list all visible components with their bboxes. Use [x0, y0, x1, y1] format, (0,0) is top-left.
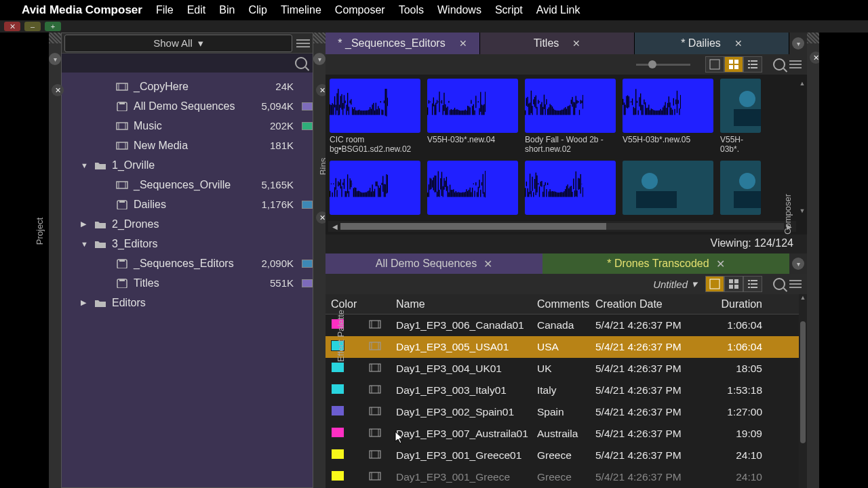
close-icon[interactable]: ✕ — [484, 258, 492, 270]
clip-duration: 1:53:18 — [705, 384, 768, 396]
tree-item[interactable]: _CopyHere24K — [62, 77, 313, 96]
menu-clip[interactable]: Clip — [248, 4, 267, 16]
clip-thumbnail[interactable] — [427, 161, 518, 215]
svg-rect-61 — [370, 107, 370, 115]
minimize-tab-button[interactable]: – — [24, 22, 41, 31]
close-icon[interactable]: ✕ — [716, 258, 725, 270]
menu-timeline[interactable]: Timeline — [281, 4, 321, 16]
scroll-up-arrow[interactable]: ▲ — [799, 80, 806, 87]
clip-thumbnail[interactable] — [623, 161, 713, 215]
menu-script[interactable]: Script — [495, 4, 523, 16]
frame-view-button[interactable] — [705, 276, 724, 292]
table-row[interactable]: Day1_EP3_001_Greece01Greece5/4/21 4:26:3… — [326, 445, 799, 466]
table-row[interactable]: Day1_EP3_005_USA01USA5/4/21 4:26:37 PM1:… — [326, 336, 799, 358]
tree-item[interactable]: All Demo Sequences5,094K — [62, 96, 313, 116]
header-comments[interactable]: Comments — [532, 298, 590, 310]
tree-item[interactable]: ▶2_Drones — [62, 214, 313, 234]
table-row[interactable]: Day1_EP3_004_UK01UK5/4/21 4:26:37 PM18:0… — [326, 358, 799, 380]
clip-thumbnail[interactable] — [330, 161, 420, 215]
new-tab-button[interactable]: + — [45, 22, 61, 31]
horizontal-scrollbar[interactable]: ◀ ▶ — [328, 221, 796, 232]
filter-dropdown[interactable]: Show All ▾ — [64, 35, 292, 52]
menu-edit[interactable]: Edit — [187, 4, 206, 16]
tree-item[interactable]: _Sequences_Editors2,090K — [62, 253, 313, 273]
project-tree[interactable]: _CopyHere24KAll Demo Sequences5,094KMusi… — [62, 73, 313, 487]
menu-composer[interactable]: Composer — [335, 4, 385, 16]
thumbnail-size-slider[interactable] — [636, 64, 690, 66]
tree-item[interactable]: Music202K — [62, 116, 313, 136]
menu-bin[interactable]: Bin — [219, 4, 235, 16]
svg-rect-261 — [366, 192, 367, 197]
thumbnails-area[interactable]: CIC room bg•BSG01.sd2.new.02V55H-03b*.ne… — [326, 75, 807, 235]
bins-strip[interactable]: ▾ ✕ Bins ✕ Effect Palette — [313, 33, 326, 488]
tab-all-demo-sequences[interactable]: All Demo Sequences✕ — [326, 253, 542, 274]
composer-strip[interactable]: ✕ Composer — [807, 33, 819, 488]
disclosure-triangle[interactable]: ▼ — [81, 161, 89, 169]
table-row[interactable]: Day1_EP3_007_Austraila01Austraila5/4/21 … — [326, 423, 799, 445]
close-icon[interactable]: ✕ — [572, 38, 580, 49]
thumbnail-view-button[interactable] — [724, 276, 743, 292]
tab-titles[interactable]: Titles✕ — [480, 33, 635, 54]
menu-file[interactable]: File — [156, 4, 174, 16]
app-name[interactable]: Avid Media Composer — [22, 3, 142, 17]
search-icon[interactable] — [773, 58, 785, 70]
tree-item[interactable]: ▶Editors — [62, 293, 313, 312]
svg-rect-303 — [454, 192, 455, 197]
table-row[interactable]: Day1_EP3_002_Spain01Spain5/4/21 4:26:37 … — [326, 401, 799, 423]
panel-menu-icon[interactable] — [296, 37, 310, 50]
header-name[interactable]: Name — [391, 298, 532, 310]
tree-item[interactable]: ▼1_Orville — [62, 155, 313, 175]
svg-rect-111 — [467, 106, 468, 115]
menu-windows[interactable]: Windows — [437, 4, 481, 16]
scroll-left-arrow[interactable]: ◀ — [332, 223, 338, 230]
header-duration[interactable]: Duration — [705, 298, 768, 310]
tree-item[interactable]: Titles551K — [62, 273, 313, 293]
tab-sequences-editors[interactable]: * _Sequences_Editors✕ — [326, 33, 480, 54]
tree-item[interactable]: ▼3_Editors — [62, 234, 313, 253]
tree-item[interactable]: Dailies1,176K — [62, 195, 313, 214]
header-creation-date[interactable]: Creation Date — [590, 298, 705, 310]
menu-avidlink[interactable]: Avid Link — [536, 4, 580, 16]
clip-thumbnail[interactable]: V55H-03b*.new.05 — [623, 79, 713, 155]
frame-view-button[interactable] — [705, 56, 724, 73]
bins-menu-icon[interactable]: ▾ — [313, 53, 326, 65]
project-close-icon[interactable]: ✕ — [52, 84, 64, 96]
close-icon[interactable]: ✕ — [459, 38, 467, 49]
bin-view-dropdown[interactable]: Untitled▾ — [653, 278, 697, 290]
table-row[interactable]: Day1_EP3_003_Italy01Italy5/4/21 4:26:37 … — [326, 380, 799, 401]
disclosure-triangle[interactable]: ▶ — [81, 298, 89, 307]
clip-thumbnail[interactable] — [525, 161, 616, 215]
svg-rect-69 — [379, 108, 380, 115]
clip-thumbnail[interactable]: Body Fall - Wood 2b - short.new.02 — [525, 79, 616, 155]
project-strip[interactable]: ▾ ✕ Project — [49, 33, 61, 488]
tree-item[interactable]: _Sequences_Orville5,165K — [62, 175, 313, 195]
tab-dailies[interactable]: * Dailies✕ — [635, 33, 789, 54]
svg-rect-291 — [440, 178, 441, 190]
close-tab-button[interactable]: ✕ — [4, 22, 20, 31]
clip-thumbnail[interactable]: V55H-03b*.new.04 — [427, 79, 518, 155]
tab-menu-button[interactable]: ▾ — [789, 33, 807, 54]
clip-thumbnail[interactable]: CIC room bg•BSG01.sd2.new.02 — [330, 79, 420, 155]
list-view-button[interactable] — [743, 276, 762, 292]
panel-menu-icon[interactable] — [789, 277, 802, 291]
clip-thumbnail[interactable]: V55H-03b*. — [720, 79, 761, 155]
bin-icon — [116, 102, 128, 111]
table-row[interactable]: Day1_EP3_001_GreeceGreece5/4/21 4:26:37 … — [326, 466, 799, 488]
table-row[interactable]: Day1_EP3_006_Canada01Canada5/4/21 4:26:3… — [326, 314, 799, 336]
clip-thumbnail[interactable] — [720, 161, 761, 215]
tree-item[interactable]: New Media181K — [62, 136, 313, 155]
search-icon[interactable] — [295, 57, 307, 69]
table-header[interactable]: Color Name Comments Creation Date Durati… — [326, 294, 799, 314]
panel-menu-icon[interactable] — [789, 58, 802, 71]
menu-tools[interactable]: Tools — [399, 4, 424, 16]
search-icon[interactable] — [773, 278, 785, 290]
header-color[interactable]: Color — [326, 298, 363, 310]
thumbnail-view-button[interactable] — [724, 56, 743, 73]
project-menu-icon[interactable]: ▾ — [49, 53, 61, 65]
tab-menu-button[interactable]: ▾ — [789, 253, 807, 274]
close-icon[interactable]: ✕ — [734, 38, 743, 49]
list-view-button[interactable] — [743, 56, 762, 73]
svg-rect-283 — [431, 178, 431, 189]
tab-drones-transcoded[interactable]: * Drones Transcoded✕ — [542, 253, 789, 274]
vertical-scrollbar[interactable]: ▲ — [799, 294, 807, 488]
